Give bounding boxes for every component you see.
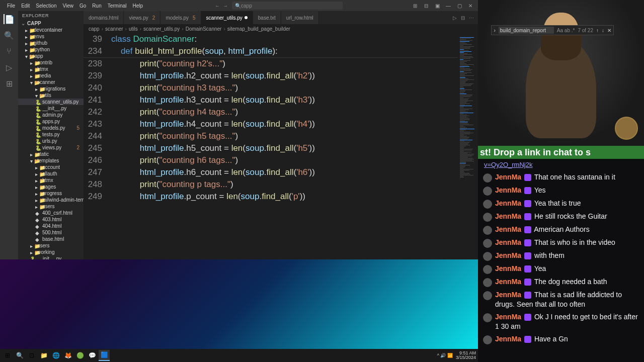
tree-item[interactable]: ▸ 📁pages xyxy=(18,184,84,190)
find-widget[interactable]: › Aa ab .* 7 of 22 ↑ ↓ ✕ xyxy=(491,25,614,35)
run-icon[interactable]: ▷ xyxy=(453,15,457,21)
nav-arrows[interactable]: ←→ xyxy=(215,3,228,9)
tree-item[interactable]: 🐍apps.py xyxy=(18,118,84,125)
chat-username[interactable]: JennMa xyxy=(495,212,521,220)
menu-file[interactable]: File xyxy=(4,3,18,9)
tree-item[interactable]: ▸ 📁users xyxy=(18,242,84,249)
breadcrumb-item[interactable]: scanner xyxy=(105,26,123,32)
minimap[interactable] xyxy=(458,33,478,297)
breadcrumb-item[interactable]: scanner_utils.py xyxy=(143,26,180,32)
taskbar-app[interactable]: 🌐 xyxy=(50,350,61,361)
menu-selection[interactable]: Selection xyxy=(33,3,59,9)
chat-username[interactable]: JennMa xyxy=(495,173,521,181)
breadcrumb-item[interactable]: capp xyxy=(89,26,100,32)
tree-item[interactable]: ▸ 📁htmx xyxy=(18,177,84,184)
tree-item[interactable]: ▸ 📁.ipython xyxy=(18,46,84,53)
editor-tab[interactable]: url_row.html xyxy=(281,11,319,24)
extensions-icon[interactable]: ⊞ xyxy=(4,78,14,88)
tree-item[interactable]: 🐍urls.py xyxy=(18,138,84,144)
taskbar-app[interactable]: 🟦 xyxy=(99,350,110,361)
tree-item[interactable]: ▸ 📁allauth xyxy=(18,170,84,177)
menu-view[interactable]: View xyxy=(60,3,77,9)
command-center[interactable]: 🔍 capp xyxy=(232,2,343,10)
editor-tab[interactable]: domains.html xyxy=(84,11,124,24)
menu-help[interactable]: Help xyxy=(130,3,146,9)
window-control-1[interactable]: ⊟ xyxy=(423,3,430,9)
editor-tab[interactable]: scanner_utils.py xyxy=(201,11,253,24)
tree-item[interactable]: ▸ 📁media xyxy=(18,72,84,79)
taskbar-app[interactable]: 🔍 xyxy=(14,350,25,361)
tree-item[interactable]: ▸ 📁contrib xyxy=(18,59,84,66)
chat-username[interactable]: JennMa xyxy=(495,251,521,259)
chat-username[interactable]: JennMa xyxy=(495,199,521,207)
tree-item[interactable]: ▾ 📂templates xyxy=(18,157,84,164)
chat-username[interactable]: JennMa xyxy=(495,225,521,233)
breadcrumb[interactable]: capp›scanner›utils›scanner_utils.py›Doma… xyxy=(84,24,478,33)
tree-item[interactable]: ▸ 📁.devcontainer xyxy=(18,27,84,33)
tree-item[interactable]: ▸ 📁.github xyxy=(18,40,84,46)
tree-item[interactable]: ▸ 📁htmx xyxy=(18,66,84,72)
project-root[interactable]: ⌄CAPP xyxy=(18,20,84,27)
tree-item[interactable]: 🐍admin.py xyxy=(18,112,84,118)
menu-run[interactable]: Run xyxy=(89,3,104,9)
taskbar-app[interactable]: 🟢 xyxy=(74,350,86,361)
window-control-2[interactable]: ▣ xyxy=(434,3,441,9)
tree-item[interactable]: ◆403.html xyxy=(18,216,84,223)
window-control-0[interactable]: ⊞ xyxy=(412,3,419,9)
debug-icon[interactable]: ▷ xyxy=(4,62,14,72)
close-find-icon[interactable]: ✕ xyxy=(607,28,611,33)
tree-item[interactable]: ▸ 📁users xyxy=(18,203,84,210)
taskbar-app[interactable]: 🦊 xyxy=(62,350,73,361)
chat-username[interactable]: JennMa xyxy=(495,335,521,343)
find-input[interactable] xyxy=(499,27,554,34)
menu-terminal[interactable]: Terminal xyxy=(105,3,130,9)
more-icon[interactable]: ⋯ xyxy=(469,15,474,21)
tray-icons[interactable]: ^ 🔊 📶 xyxy=(437,353,453,358)
taskbar-app[interactable]: ⊡ xyxy=(26,350,37,361)
window-control-5[interactable]: ✕ xyxy=(467,3,474,9)
stream-link[interactable]: v=Qy2O_rmNj2k xyxy=(478,159,644,170)
chat-username[interactable]: JennMa xyxy=(495,238,521,246)
tree-item[interactable]: ▸ 📁static xyxy=(18,151,84,157)
tree-item[interactable]: ◆404.html xyxy=(18,223,84,229)
sticky-scroll[interactable]: 39class DomainScanner:234 def build_html… xyxy=(84,33,458,58)
scm-icon[interactable]: ⑂ xyxy=(4,46,14,56)
next-match-icon[interactable]: ↓ xyxy=(602,28,604,33)
editor-tab[interactable]: models.py5 xyxy=(160,11,201,24)
tree-item[interactable]: 🐍__init__.py xyxy=(18,105,84,112)
tree-item[interactable]: ▾ 📂capp xyxy=(18,53,84,59)
window-control-4[interactable]: ▢ xyxy=(456,3,463,9)
breadcrumb-item[interactable]: sitemap_build_page_builder xyxy=(227,26,290,32)
editor-tab[interactable]: base.txt xyxy=(253,11,281,24)
tree-item[interactable]: ◆500.html xyxy=(18,229,84,236)
tree-item[interactable]: ▸ 📁tailwind-admin-template xyxy=(18,197,84,203)
taskbar-app[interactable]: 💬 xyxy=(87,350,98,361)
menu-go[interactable]: Go xyxy=(76,3,89,9)
tree-item[interactable]: 🐍models.py 5 xyxy=(18,125,84,131)
breadcrumb-item[interactable]: DomainScanner xyxy=(186,26,222,32)
chat-username[interactable]: JennMa xyxy=(495,186,521,194)
forward-icon[interactable]: → xyxy=(223,3,228,9)
chat-panel[interactable]: JennMa That one has santana in itJennMa … xyxy=(478,170,644,362)
taskbar-app[interactable]: 📁 xyxy=(38,350,49,361)
editor-tab[interactable]: views.py2 xyxy=(124,11,160,24)
menu-edit[interactable]: Edit xyxy=(18,3,33,9)
tree-item[interactable]: ▾ 📂scanner xyxy=(18,79,84,85)
tree-item[interactable]: ◆400_csrf.html xyxy=(18,210,84,216)
taskbar-app[interactable]: ⊞ xyxy=(2,350,13,361)
breadcrumb-item[interactable]: utils xyxy=(129,26,138,32)
chat-username[interactable]: JennMa xyxy=(495,313,521,321)
chat-username[interactable]: JennMa xyxy=(495,291,521,299)
tree-item[interactable]: ▸ 📁progress xyxy=(18,190,84,197)
clock-date[interactable]: 3/15/2024 xyxy=(456,355,476,360)
split-icon[interactable]: ⊟ xyxy=(461,15,465,21)
tree-item[interactable]: ▸ 📁account xyxy=(18,164,84,170)
tree-item[interactable]: 🐍scanner_utils.py xyxy=(18,99,84,105)
tree-item[interactable]: ▸ 📁migrations xyxy=(18,85,84,92)
search-icon[interactable]: 🔍 xyxy=(4,30,14,40)
chat-username[interactable]: JennMa xyxy=(495,264,521,273)
code-editor[interactable]: 39class DomainScanner:234 def build_html… xyxy=(84,33,458,297)
chevron-right-icon[interactable]: › xyxy=(494,28,495,33)
window-control-3[interactable]: — xyxy=(445,3,452,9)
tree-item[interactable]: ▸ 📁working xyxy=(18,249,84,255)
